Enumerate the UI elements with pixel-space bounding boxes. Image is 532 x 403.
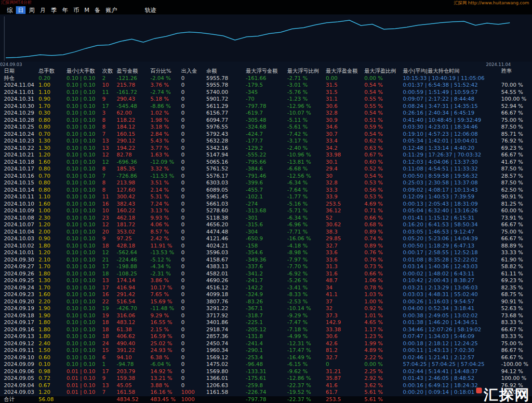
menu-item-3[interactable]: 周 bbox=[27, 6, 37, 14]
menu-item-trail[interactable]: 轨迹 bbox=[143, 6, 158, 14]
table-row[interactable]: 2024.09.271.700.10 | 0.1017-198.88-4.34 … bbox=[0, 263, 532, 271]
cell-max-float-profit: 30.9 bbox=[325, 117, 363, 124]
table-row[interactable]: 2024.09.251.300.10 | 0.1013174.143.86 %0… bbox=[0, 277, 532, 285]
table-row[interactable]: 2024.09.181.900.10 | 0.1019316.069.29 %0… bbox=[0, 312, 532, 320]
cell-balance: 6089.05 bbox=[205, 187, 245, 194]
table-row[interactable]: 2024.10.290.300.10 | 0.10362.001.02 %061… bbox=[0, 110, 532, 117]
cell-min-max-lots: 0.10 | 0.10 bbox=[66, 215, 101, 222]
cell-max-float-loss: -313.68 bbox=[245, 208, 286, 215]
table-row[interactable]: 2024.10.091.000.10 | 0.1010160.223.13 %0… bbox=[0, 208, 532, 215]
table-row[interactable]: 2024.10.301.700.10 | 0.1017-545.48-8.86 … bbox=[0, 103, 532, 110]
cell-hold-time: 0:05:04 | 6:32:40 | 13:16:26 bbox=[402, 208, 500, 215]
cell-count: 10 bbox=[101, 208, 116, 215]
cell-in-out: 0 bbox=[180, 138, 205, 145]
cell-balance: 4099.18 bbox=[205, 291, 245, 299]
cell-hold-time: 0:03:21 | 2:13:29 | 13:06:03 bbox=[402, 285, 500, 292]
table-row[interactable]: 2024.10.181.600.10 | 0.1012-696.36-12.09… bbox=[0, 159, 532, 166]
cell-hold-time: 0:11:29 | 17:26:37 | 70:03:32 bbox=[402, 152, 500, 159]
cell-max-float-profit-pct: 0.63 % bbox=[363, 145, 402, 152]
table-row[interactable]: 2024.10.150.800.10 | 0.108213.983.51 %06… bbox=[0, 180, 532, 187]
table-row[interactable]: 2024.09.111.500.10 | 0.1015391.2224.93 %… bbox=[0, 347, 532, 354]
table-row[interactable]: 2024.09.241.700.10 | 0.1017416.9410.17 %… bbox=[0, 285, 532, 292]
table-row[interactable]: 2024.10.071.200.10 | 0.1012181.724.06 %0… bbox=[0, 221, 532, 229]
cell-in-out: 0 bbox=[180, 305, 205, 312]
table-row[interactable]: 2024.09.131.800.10 | 0.1018406.6216.59 %… bbox=[0, 333, 532, 340]
cell-lots: 1.20 bbox=[38, 221, 66, 229]
open-position-row[interactable]: 持仓0.200.10 | 0.102-121.26-2.04 %05955.78… bbox=[0, 75, 532, 82]
table-row[interactable]: 2024.10.170.800.10 | 0.108185.353.32 %05… bbox=[0, 166, 532, 173]
cell-win-rate: 81.25 % bbox=[500, 201, 532, 208]
table-row[interactable]: 2024.11.041.000.10 | 0.1010215.783.76 %0… bbox=[0, 82, 532, 89]
cell-balance: 5147.94 bbox=[205, 152, 245, 159]
cell-lots: 1.10 bbox=[38, 194, 66, 201]
table-row[interactable]: 2024.10.030.900.10 | 0.10997.252.42 %041… bbox=[0, 235, 532, 243]
table-row[interactable]: 2024.09.040.670.01 | 0.101345.053.88 %01… bbox=[0, 382, 532, 390]
menu-item-4[interactable]: 月 bbox=[38, 6, 48, 14]
cell-win-rate: 88.89 % bbox=[500, 243, 532, 250]
cell-win-rate: 75.00 % bbox=[500, 229, 532, 236]
menu-item-6[interactable]: 年 bbox=[60, 6, 70, 14]
table-row[interactable]: 2024.10.310.900.10 | 0.109290.435.18 %05… bbox=[0, 96, 532, 103]
cell-pnl: 161.58 bbox=[116, 389, 149, 396]
table-row[interactable]: 2024.10.111.100.10 | 0.1011300.425.31 %0… bbox=[0, 194, 532, 201]
table-row[interactable]: 2024.09.060.980.01 | 0.1017203.7914.92 %… bbox=[0, 368, 532, 376]
cell-min-max-lots: 0.10 | 0.10 bbox=[66, 124, 101, 131]
table-row[interactable]: 2024.09.231.600.10 | 0.1016291.427.65 %0… bbox=[0, 291, 532, 299]
cell-win-rate: 66.67 % bbox=[500, 152, 532, 159]
cell-win-rate: 87.50 % bbox=[500, 166, 532, 173]
table-row[interactable]: 2024.10.240.700.10 | 0.107160.152.84 %05… bbox=[0, 131, 532, 138]
cell-min-max-lots: 0.10 | 0.10 bbox=[66, 257, 101, 264]
table-row[interactable]: 2024.10.221.300.10 | 0.1013194.223.77 %0… bbox=[0, 145, 532, 152]
cell-pnl-pct: -2.74 % bbox=[149, 89, 180, 96]
menu-item-9[interactable]: 备 bbox=[93, 6, 102, 14]
table-row[interactable]: 2024.10.231.300.10 | 0.1013290.125.43 %0… bbox=[0, 138, 532, 145]
table-row[interactable]: 2024.10.042.000.10 | 0.1020353.028.57 %0… bbox=[0, 229, 532, 236]
table-row[interactable]: 2024.09.161.800.10 | 0.101861.382.15 %02… bbox=[0, 326, 532, 334]
table-row[interactable]: 2024.09.050.720.01 | 0.109159.3813.21 %0… bbox=[0, 375, 532, 382]
menu-item-10[interactable]: 账户 bbox=[104, 6, 119, 14]
menu-item-1[interactable]: 综 bbox=[5, 6, 14, 14]
table-row[interactable]: 2024.10.250.800.10 | 0.108184.123.18 %05… bbox=[0, 124, 532, 131]
cell-max-float-profit: 35.87 bbox=[325, 375, 363, 382]
cell-max-float-loss: -241.7 bbox=[245, 277, 286, 285]
cell-pnl-pct: 3.86 % bbox=[149, 277, 180, 285]
cell-date: 2024.10.15 bbox=[0, 180, 38, 187]
menu-item-8[interactable]: M bbox=[82, 6, 91, 14]
chart-start-date-label: 024.09.03 bbox=[0, 62, 22, 68]
cell-min-max-lots: 0.10 | 0.10 bbox=[66, 263, 101, 271]
cell-lots: 0.80 bbox=[38, 166, 66, 173]
cell-max-float-loss-pct: -5.71 % bbox=[286, 208, 325, 215]
table-row[interactable]: 2024.09.100.600.10 | 0.10694.106.38 %015… bbox=[0, 354, 532, 362]
cell-max-float-profit: 37.3 bbox=[325, 312, 363, 320]
table-row[interactable]: 2024.09.191.900.10 | 0.1019-426.70-11.48… bbox=[0, 305, 532, 312]
menu-item-5[interactable]: 季 bbox=[49, 6, 59, 14]
table-row[interactable]: 2024.09.090.100.10 | 0.101-94.78-6.04 %0… bbox=[0, 361, 532, 368]
table-row[interactable]: 2024.09.122.400.10 | 0.1024490.4025.02 %… bbox=[0, 340, 532, 348]
table-row[interactable]: 2024.10.101.600.10 | 0.1016382.437.24 %0… bbox=[0, 201, 532, 208]
cell-lots: 1.00 bbox=[38, 208, 66, 215]
cell-pnl-pct: 11.91 % bbox=[149, 243, 180, 250]
table-row[interactable]: 2024.10.082.300.10 | 0.1023462.189.93 %0… bbox=[0, 215, 532, 222]
total-date: 合计 bbox=[0, 396, 38, 403]
cell-max-float-loss: -70 bbox=[245, 96, 286, 103]
table-row[interactable]: 2024.10.140.800.10 | 0.108127.602.14 %06… bbox=[0, 187, 532, 194]
menu-item-2[interactable]: 日 bbox=[16, 6, 26, 14]
table-row[interactable]: 2024.09.302.100.10 | 0.1021-224.46-5.12 … bbox=[0, 257, 532, 264]
total-balance bbox=[205, 396, 245, 403]
table-row[interactable]: 2024.10.211.200.10 | 0.101282.781.63 %05… bbox=[0, 152, 532, 159]
table-row[interactable]: 2024.09.261.800.10 | 0.1018-108.25-2.31 … bbox=[0, 271, 532, 278]
table-row[interactable]: 2024.10.160.700.10 | 0.107-726.86-11.53 … bbox=[0, 173, 532, 180]
cell-balance: 4516.12 bbox=[205, 285, 245, 292]
table-row[interactable]: 2024.09.202.200.10 | 0.1022516.5415.69 %… bbox=[0, 299, 532, 306]
cell-max-float-loss-pct: -3.17 % bbox=[286, 138, 325, 145]
table-row[interactable]: 2024.10.021.800.10 | 0.1018428.1811.91 %… bbox=[0, 243, 532, 250]
table-row[interactable]: 2024.10.280.800.10 | 0.108118.221.98 %06… bbox=[0, 117, 532, 124]
table-row[interactable]: 2024.09.031.200.01 | 0.107161.5816.16 %1… bbox=[0, 389, 532, 396]
menu-item-7[interactable]: 币 bbox=[71, 6, 81, 14]
table-row[interactable]: 2024.11.011.100.10 | 0.1011-161.72-2.74 … bbox=[0, 89, 532, 96]
cell-balance: 5761.52 bbox=[205, 166, 245, 173]
table-row[interactable]: 2024.09.171.800.10 | 0.1018483.1216.55 %… bbox=[0, 319, 532, 326]
cell-min-max-lots: 0.10 | 0.10 bbox=[66, 96, 101, 103]
cell-lots: 1.30 bbox=[38, 277, 66, 285]
table-row[interactable]: 2024.10.011.200.10 | 0.1012-562.64-13.53… bbox=[0, 249, 532, 257]
